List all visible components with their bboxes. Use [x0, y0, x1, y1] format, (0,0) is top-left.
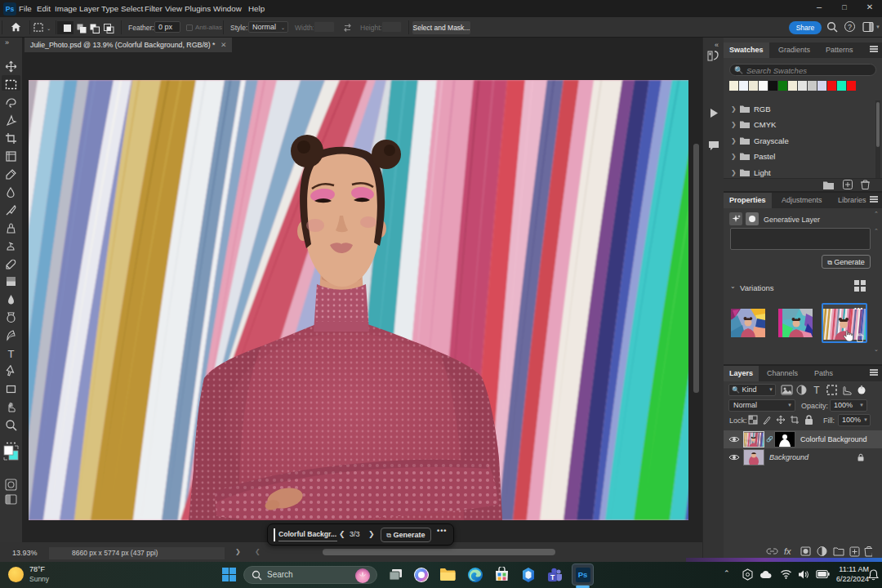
svg-text:T: T — [813, 385, 820, 396]
svg-text:T: T — [550, 573, 555, 581]
svg-text:fx: fx — [784, 546, 791, 556]
svg-text:T: T — [8, 348, 15, 360]
